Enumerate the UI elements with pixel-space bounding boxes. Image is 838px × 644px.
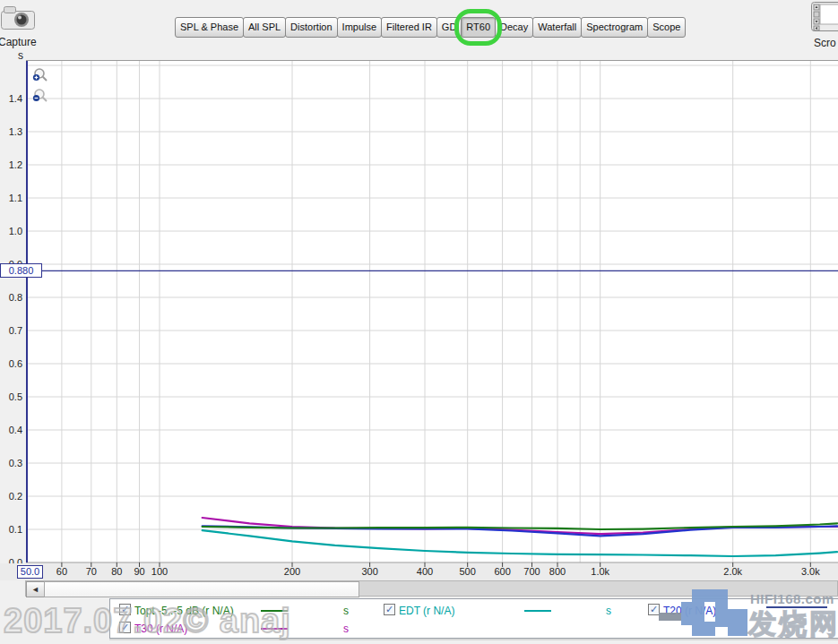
- y-tick-label: 0.2: [0, 491, 22, 502]
- x-tick-label: 200: [284, 566, 300, 577]
- x-cursor-marker: 50.0: [17, 565, 43, 579]
- y-axis: 1.41.31.21.11.00.90.80.70.60.50.40.30.20…: [0, 0, 24, 573]
- tab-decay[interactable]: Decay: [495, 17, 533, 38]
- tab-impulse[interactable]: Impulse: [337, 17, 383, 38]
- y-tick-label: 1.1: [0, 193, 22, 203]
- x-tick-label: 500: [459, 566, 475, 577]
- x-tick-label: 400: [417, 566, 433, 577]
- tab-spl-phase[interactable]: SPL & Phase: [175, 17, 244, 38]
- y-tick-label: 1.3: [0, 126, 22, 137]
- legend-unit-t30: s: [343, 623, 349, 635]
- plot-area[interactable]: [26, 61, 838, 562]
- tab-rt60[interactable]: RT60: [461, 17, 496, 38]
- scroll-window-icon: [811, 2, 838, 32]
- x-tick-label: 2.0k: [723, 566, 742, 577]
- tab-waterfall[interactable]: Waterfall: [532, 17, 582, 38]
- legend-swatch-edt: [524, 610, 551, 612]
- x-tick-label: 100: [151, 566, 168, 577]
- y-tick-label: 1.4: [0, 93, 22, 104]
- y-tick-label: 0.3: [0, 458, 22, 468]
- x-tick-label: 3.0k: [801, 566, 820, 577]
- x-tick-label: 90: [134, 566, 144, 577]
- scroll-label: Scro: [814, 37, 838, 49]
- y-tick-label: 0.5: [0, 391, 22, 402]
- legend-checkbox-edt[interactable]: ✓: [384, 604, 395, 615]
- legend-checkbox-t20[interactable]: ✓: [648, 604, 660, 615]
- legend-swatch-topt: [261, 610, 288, 612]
- scroll-button[interactable]: Scro: [811, 2, 838, 49]
- magnifier-minus-icon: [32, 88, 48, 105]
- y-tick-label: 0.8: [0, 292, 22, 303]
- legend-label-t20: T20 (r N/A): [663, 605, 716, 617]
- tab-scope[interactable]: Scope: [647, 17, 686, 38]
- x-tick-label: 80: [111, 566, 122, 577]
- tab-distortion[interactable]: Distortion: [285, 17, 337, 38]
- y-tick-label: 0.1: [0, 524, 22, 535]
- y-tick-label: 0.6: [0, 358, 22, 369]
- y-tick-label: 1.2: [0, 159, 22, 170]
- legend-unit-topt: s: [343, 605, 349, 617]
- magnifier-plus-icon: [32, 67, 48, 84]
- legend-label-topt: Topt -5..-5 dB (r N/A): [134, 605, 234, 617]
- x-tick-label: 600: [494, 566, 510, 577]
- scrollbar-thumb[interactable]: [44, 581, 359, 597]
- legend-panel: ✓ Topt -5..-5 dB (r N/A) s ✓ EDT (r N/A)…: [109, 598, 838, 639]
- tab-gd[interactable]: GD: [436, 17, 462, 38]
- zoom-out-button[interactable]: [32, 88, 48, 105]
- tab-bar: SPL & PhaseAll SPLDistortionImpulseFilte…: [176, 17, 686, 38]
- legend-swatch-t30: [261, 628, 288, 630]
- legend-checkbox-topt[interactable]: ✓: [119, 604, 131, 615]
- x-tick-label: 70: [86, 566, 97, 577]
- x-tick-label: 60: [56, 566, 67, 577]
- tab-spectrogram[interactable]: Spectrogram: [581, 17, 648, 38]
- tab-filtered-ir[interactable]: Filtered IR: [381, 17, 437, 38]
- legend-unit-edt: s: [606, 605, 611, 617]
- y-cursor-marker: 0.880: [0, 263, 42, 278]
- legend-checkbox-t30[interactable]: ✓: [119, 622, 131, 633]
- x-tick-label: 300: [361, 566, 377, 577]
- x-tick-label: 800: [549, 566, 566, 577]
- scroll-left-arrow[interactable]: ◄: [26, 581, 45, 597]
- y-tick-label: 1.0: [0, 226, 22, 236]
- x-tick-label: 1.0k: [591, 566, 609, 577]
- zoom-in-button[interactable]: [32, 67, 48, 84]
- x-tick-label: 700: [523, 566, 540, 577]
- y-tick-label: 0.4: [0, 425, 22, 435]
- horizontal-scrollbar[interactable]: ◄: [25, 580, 838, 597]
- y-tick-label: 0.7: [0, 325, 22, 336]
- tab-all-spl[interactable]: All SPL: [243, 17, 286, 38]
- x-axis: 607080901002003004005006007008001.0k2.0k…: [0, 563, 838, 580]
- legend-label-t30: T30 (r N/A): [134, 623, 187, 635]
- legend-label-edt: EDT (r N/A): [399, 605, 454, 617]
